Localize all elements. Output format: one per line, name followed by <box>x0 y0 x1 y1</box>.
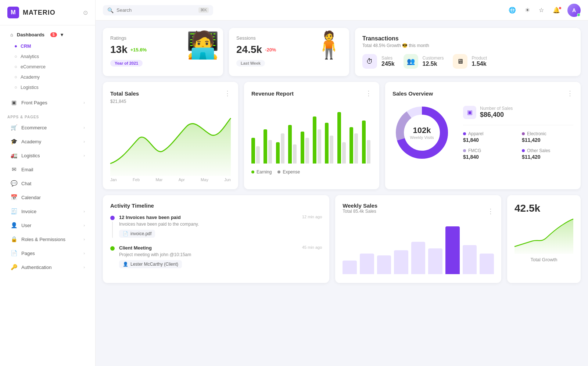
sidebar: M MATERIO ⊙ ⌂ Dashboards 5 ▾ CRM Analyti… <box>0 0 96 366</box>
sidebar-item-email[interactable]: ✉ Email <box>3 163 92 176</box>
dashboards-item[interactable]: ⌂ Dashboards 5 ▾ <box>3 29 92 41</box>
sessions-badge: Last Week <box>236 60 265 67</box>
customers-info: Customers 12.5k <box>423 55 444 67</box>
invoice-icon: 🧾 <box>10 208 18 215</box>
activity-timeline-card: Activity Timeline 12 Invoices have been … <box>103 195 329 283</box>
sales-total-icon: ▣ <box>463 106 476 119</box>
search-icon: 🔍 <box>107 7 114 13</box>
notification-bell[interactable]: 🔔 <box>551 7 562 14</box>
apparel-label: Apparel <box>468 131 483 136</box>
sidebar-item-ecommerce-app[interactable]: 🛒 Ecommerce › <box>3 121 92 134</box>
chevron-right-icon: › <box>83 100 85 105</box>
search-input[interactable] <box>116 7 196 13</box>
sidebar-pin-icon[interactable]: ⊙ <box>83 9 88 16</box>
revenue-menu[interactable]: ⋮ <box>365 89 372 97</box>
bar-pair <box>349 127 359 164</box>
sales-overview-menu[interactable]: ⋮ <box>567 89 573 97</box>
weekly-bar <box>343 261 357 274</box>
sidebar-item-academy[interactable]: Academy <box>0 72 95 82</box>
email-label: Email <box>21 167 33 172</box>
row-3: Activity Timeline 12 Invoices have been … <box>103 195 581 283</box>
weekly-bar <box>428 248 442 274</box>
weekly-bar <box>394 250 408 274</box>
sidebar-item-logistics-app[interactable]: 🚛 Logistics › <box>3 149 92 162</box>
academy-label: Academy <box>21 75 40 80</box>
active-dot <box>15 45 17 47</box>
earn-bar <box>337 112 341 164</box>
timeline-desc-2: Project meeting with john @10:15am <box>119 252 322 257</box>
user-avatar[interactable]: A <box>567 4 581 17</box>
search-box[interactable]: 🔍 ⌘K <box>103 5 213 15</box>
total-sales-header: Total Sales ⋮ <box>110 89 231 97</box>
front-pages-icon: ▣ <box>10 99 18 106</box>
customers-icon-box: 👥 <box>404 54 418 69</box>
timeline-dot-2 <box>110 246 115 251</box>
expense-bar <box>268 140 272 164</box>
total-sales-menu[interactable]: ⋮ <box>224 89 231 97</box>
crm-label: CRM <box>21 44 31 49</box>
sidebar-item-pages[interactable]: 📄 Pages › <box>3 247 92 260</box>
timeline-desc-1: Invoices have been paid to the company. <box>119 222 322 227</box>
total-sales-x-axis: Jan Feb Mar Apr May Jun <box>110 177 231 182</box>
bar-pair <box>362 121 372 164</box>
bar-pair <box>276 133 286 164</box>
chevron-right-icon: › <box>83 251 85 255</box>
sidebar-item-logistics[interactable]: Logistics <box>0 82 95 93</box>
sidebar-item-crm[interactable]: CRM <box>0 41 95 51</box>
product-info: Product 1.54k <box>472 55 487 67</box>
sidebar-item-chat[interactable]: 💬 Chat <box>3 177 92 190</box>
sales-details: ▣ Number of Sales $86,400 Apparel <box>463 106 573 160</box>
earn-bar <box>349 127 353 164</box>
sidebar-item-calendar[interactable]: 📅 Calendar <box>3 191 92 204</box>
timeline-title-1: 12 Invoices have been paid <box>119 215 181 220</box>
electronic-label: Electronic <box>527 131 546 136</box>
weekly-sales-menu[interactable]: ⋮ <box>487 207 494 215</box>
customers-label: Customers <box>423 55 444 61</box>
sidebar-item-invoice[interactable]: 🧾 Invoice › <box>3 205 92 218</box>
bar-pair <box>301 132 311 164</box>
weekly-sales-card: Weekly Sales Total 85.4k Sales ⋮ <box>335 195 501 283</box>
main-area: 🔍 ⌘K 🌐 ☀ ☆ 🔔 A Ratings 13k + <box>96 0 588 366</box>
transactions-title: Transactions <box>362 35 573 42</box>
sidebar-item-front-pages[interactable]: ▣ Front Pages › <box>3 96 92 109</box>
calendar-icon: 📅 <box>10 194 18 201</box>
translate-icon[interactable]: 🌐 <box>507 5 517 15</box>
chevron-down-icon: ▾ <box>61 32 63 37</box>
timeline-line-1 <box>112 222 113 238</box>
logistics-label: Logistics <box>21 85 39 90</box>
sessions-card: Sessions 24.5k -20% Last Week 🧍 <box>229 28 349 76</box>
sidebar-item-analytics[interactable]: Analytics <box>0 51 95 62</box>
sales-categories-grid: Apparel $1,840 Electronic $11,420 <box>463 131 573 160</box>
electronic-dot <box>522 132 525 135</box>
logistics-icon: 🚛 <box>10 152 18 159</box>
other-sales-label: Other Sales <box>527 148 550 153</box>
notification-dot <box>559 7 562 10</box>
earn-bar <box>263 129 267 164</box>
sidebar-item-academy-app[interactable]: 🎓 Academy › <box>3 135 92 148</box>
timeline-col-2 <box>110 245 115 268</box>
donut-wrapper: 102k Weekly Visits ▣ Number of Sales $86… <box>392 103 573 162</box>
sub-dot <box>15 55 17 58</box>
chat-label: Chat <box>21 181 31 186</box>
timeline-item-1: 12 Invoices have been paid 12 min ago In… <box>110 215 322 238</box>
theme-icon[interactable]: ☀ <box>523 5 531 15</box>
earn-bar <box>276 142 280 164</box>
total-sales-card: Total Sales ⋮ $21,845 <box>103 82 238 189</box>
timeline-attachment-2[interactable]: 👤 Lester McCarthy (Client) <box>119 260 182 268</box>
sidebar-item-user[interactable]: 👤 User › <box>3 219 92 232</box>
ecommerce-icon: 🛒 <box>10 124 18 131</box>
attachment-name-2: Lester McCarthy (Client) <box>130 262 178 267</box>
sidebar-item-auth[interactable]: 🔑 Authentication › <box>3 261 92 274</box>
timeline-attachment-1[interactable]: 📄 invoice.pdf <box>119 230 155 238</box>
sidebar-item-ecommerce[interactable]: eCommerce <box>0 62 95 72</box>
fmcg-label: FMCG <box>468 148 481 153</box>
bar-pair <box>337 112 347 164</box>
expense-dot <box>277 171 280 173</box>
bookmark-icon[interactable]: ☆ <box>537 5 545 15</box>
legend-earning: Earning <box>251 169 272 175</box>
timeline-title-2: Client Meeting <box>119 245 152 251</box>
sidebar-item-roles[interactable]: 🔒 Roles & Permissions › <box>3 233 92 246</box>
weekly-bar <box>360 254 374 274</box>
apparel-dot <box>463 132 466 135</box>
expense-bar <box>318 129 321 164</box>
